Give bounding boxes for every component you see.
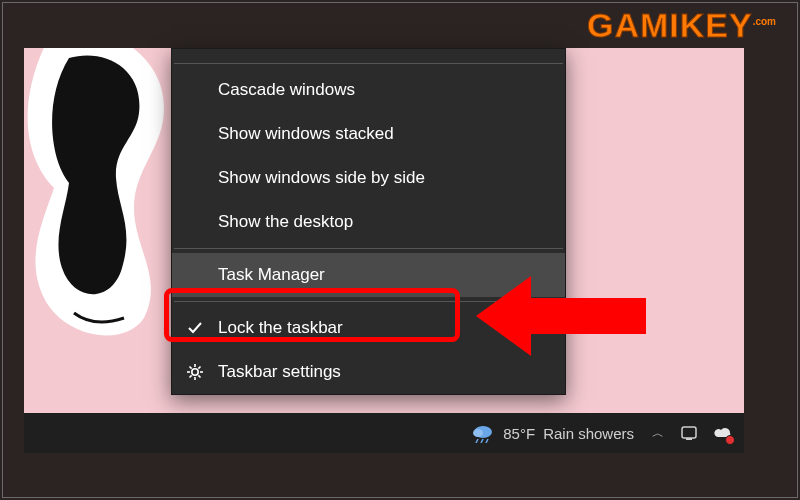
menu-item-show-the-desktop[interactable]: Show the desktop bbox=[172, 200, 565, 244]
menu-separator bbox=[174, 63, 563, 64]
tray-app-icon[interactable] bbox=[680, 424, 698, 442]
taskbar-context-menu: Cascade windows Show windows stacked Sho… bbox=[171, 48, 566, 395]
menu-item-cascade-windows[interactable]: Cascade windows bbox=[172, 68, 565, 112]
system-tray[interactable]: ︿ bbox=[652, 424, 744, 442]
tray-overflow-chevron-icon[interactable]: ︿ bbox=[652, 425, 664, 442]
taskbar[interactable]: 85°F Rain showers ︿ bbox=[24, 413, 744, 453]
weather-widget[interactable]: 85°F Rain showers bbox=[471, 423, 634, 443]
weather-icon bbox=[471, 423, 495, 443]
menu-label: Taskbar settings bbox=[218, 362, 341, 382]
svg-rect-17 bbox=[686, 438, 692, 440]
svg-line-8 bbox=[190, 375, 192, 377]
gear-icon bbox=[186, 363, 204, 381]
svg-rect-16 bbox=[682, 427, 696, 438]
menu-label: Show windows side by side bbox=[218, 168, 425, 188]
svg-line-9 bbox=[198, 367, 200, 369]
menu-separator bbox=[174, 248, 563, 249]
menu-item-taskbar-settings[interactable]: Taskbar settings bbox=[172, 350, 565, 394]
menu-separator bbox=[174, 301, 563, 302]
svg-point-12 bbox=[473, 429, 483, 437]
menu-item-show-windows-side-by-side[interactable]: Show windows side by side bbox=[172, 156, 565, 200]
svg-line-15 bbox=[486, 439, 488, 443]
menu-label: Lock the taskbar bbox=[218, 318, 343, 338]
logo-text: GAMIKEY bbox=[587, 6, 753, 44]
checkmark-icon bbox=[186, 319, 204, 337]
svg-line-7 bbox=[198, 375, 200, 377]
logo-suffix: .com bbox=[753, 16, 776, 27]
menu-label: Task Manager bbox=[218, 265, 325, 285]
menu-item-lock-the-taskbar[interactable]: Lock the taskbar bbox=[172, 306, 565, 350]
menu-label: Cascade windows bbox=[218, 80, 355, 100]
svg-point-1 bbox=[192, 369, 198, 375]
weather-condition: Rain showers bbox=[543, 425, 634, 442]
svg-point-0 bbox=[143, 82, 155, 94]
weather-temperature: 85°F bbox=[503, 425, 535, 442]
svg-line-14 bbox=[481, 439, 483, 443]
menu-label: Show the desktop bbox=[218, 212, 353, 232]
svg-line-13 bbox=[476, 439, 478, 443]
gamikey-logo: GAMIKEY.com bbox=[587, 6, 776, 45]
notification-badge-icon bbox=[725, 435, 735, 445]
menu-label: Show windows stacked bbox=[218, 124, 394, 144]
menu-item-show-windows-stacked[interactable]: Show windows stacked bbox=[172, 112, 565, 156]
svg-line-6 bbox=[190, 367, 192, 369]
tray-cloud-icon[interactable] bbox=[714, 424, 732, 442]
menu-item-task-manager[interactable]: Task Manager bbox=[172, 253, 565, 297]
